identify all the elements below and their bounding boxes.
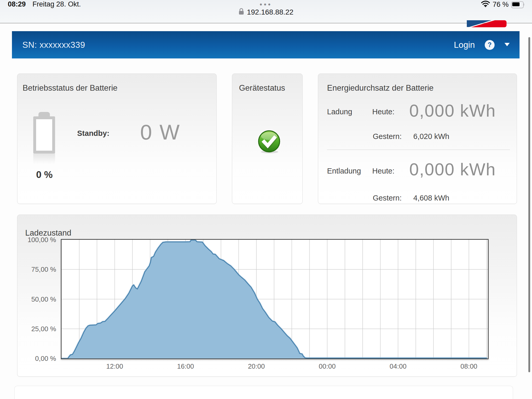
y-axis-tick-label: 75,00 % (17, 265, 56, 274)
y-axis-tick-label: 0,00 % (17, 355, 56, 363)
y-axis-tick-label: 100,00 % (17, 236, 56, 244)
x-axis-tick-label: 00:00 (313, 362, 342, 370)
x-axis-tick-label: 20:00 (242, 362, 271, 370)
energy-title: Energiedurchsatz der Batterie (327, 83, 434, 93)
discharge-yesterday-value: 4,608 kWh (413, 194, 449, 202)
wifi-icon (481, 0, 490, 9)
x-axis-tick-label: 08:00 (455, 362, 483, 370)
battery-status-title: Betriebsstatus der Batterie (23, 83, 117, 93)
device-status-card: Gerätestatus (232, 74, 303, 204)
statusbar-right: 76 % (481, 1, 524, 8)
chevron-down-icon[interactable] (504, 43, 510, 47)
login-button[interactable]: Login (454, 40, 475, 50)
help-icon[interactable]: ? (485, 40, 495, 50)
lock-icon (238, 8, 244, 17)
x-axis-tick-label: 12:00 (101, 362, 129, 370)
statusbar-battery-pct: 76 % (493, 1, 509, 9)
discharge-yesterday-label: Gestern: (373, 194, 402, 202)
battery-status-card: Betriebsstatus der Batterie 0 % Standby:… (17, 74, 217, 204)
charge-yesterday-value: 6,020 kWh (413, 132, 449, 141)
charge-today-value: 0,000 kWh (340, 101, 496, 121)
vertical-scrollbar-thumb[interactable] (528, 37, 530, 372)
battery-state-label: Standby: (77, 129, 109, 138)
sma-logo (467, 20, 507, 28)
y-axis-tick-label: 50,00 % (17, 295, 56, 303)
ios-top-band: 08:29 Freitag 28. Okt. ••• 76 % 192.168.… (0, 0, 532, 23)
address-bar[interactable]: 192.168.88.22 (0, 8, 532, 17)
charge-yesterday-label: Gestern: (373, 132, 402, 141)
statusbar-ellipsis-icon: ••• (0, 1, 532, 9)
device-status-title: Gerätestatus (239, 83, 285, 93)
battery-soc-value: 0 % (36, 169, 53, 180)
y-axis-tick-label: 25,00 % (17, 325, 56, 333)
discharge-today-value: 0,000 kWh (340, 159, 496, 179)
energy-card: Energiedurchsatz der Batterie Ladung Heu… (318, 74, 517, 204)
serial-number: SN: xxxxxxx339 (22, 31, 85, 58)
x-axis-tick-label: 16:00 (171, 362, 200, 370)
energy-divider (327, 150, 510, 150)
battery-power-value: 0 W (121, 120, 199, 144)
battery-icon (511, 1, 524, 8)
x-axis-tick-label: 04:00 (384, 362, 412, 370)
check-circle-icon (257, 130, 281, 154)
address-url: 192.168.88.22 (247, 8, 293, 16)
next-section-card (14, 386, 513, 399)
app-header: SN: xxxxxxx339 Login ? (12, 31, 520, 58)
soc-chart-plot (61, 239, 489, 359)
battery-empty-icon (33, 112, 55, 164)
